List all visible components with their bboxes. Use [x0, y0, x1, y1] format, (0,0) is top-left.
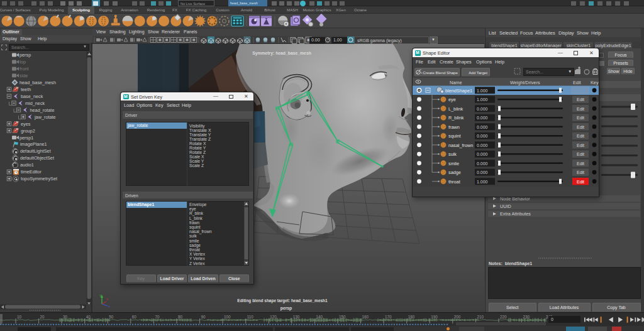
svg-text:220: 220 — [500, 315, 507, 319]
svg-text:Editing blend shape target: he: Editing blend shape target: head_base_me… — [237, 298, 328, 303]
svg-text:Edit: Edit — [577, 134, 584, 138]
svg-text:L_blink: L_blink — [448, 106, 463, 112]
svg-text:eye: eye — [448, 97, 456, 102]
svg-text:Edit: Edit — [577, 97, 584, 102]
svg-text:Edit: Edit — [577, 180, 584, 184]
svg-text:Edit: Edit — [577, 125, 584, 129]
svg-text:throat: throat — [448, 179, 460, 185]
svg-text:10: 10 — [17, 315, 22, 319]
svg-text:20: 20 — [40, 315, 45, 319]
svg-text:0.000: 0.000 — [477, 134, 488, 138]
svg-text:80: 80 — [178, 315, 183, 319]
svg-text:70: 70 — [155, 315, 160, 319]
svg-text:40: 40 — [86, 315, 91, 319]
svg-text:z: z — [108, 305, 110, 308]
svg-text:sadge: sadge — [448, 170, 461, 175]
svg-text:170: 170 — [385, 315, 392, 319]
svg-text:1.000: 1.000 — [477, 180, 488, 184]
svg-text:140: 140 — [316, 315, 323, 319]
svg-text:0.000: 0.000 — [477, 152, 488, 156]
svg-text:frawn: frawn — [448, 124, 460, 130]
svg-text:90: 90 — [201, 315, 206, 319]
svg-text:210: 210 — [477, 315, 484, 319]
svg-text:persp: persp — [280, 306, 292, 311]
svg-text:Edit: Edit — [577, 170, 584, 175]
svg-text:x: x — [106, 297, 108, 301]
svg-text:nasal_frown: nasal_frown — [448, 143, 473, 148]
svg-text:sulk: sulk — [448, 151, 457, 157]
svg-text:Edit: Edit — [577, 152, 584, 156]
svg-text:Extra Attributes: Extra Attributes — [500, 211, 531, 217]
svg-text:130: 130 — [293, 315, 300, 319]
svg-text:0.000: 0.000 — [477, 116, 488, 120]
svg-text:Y: Y — [99, 294, 102, 298]
svg-text:0.000: 0.000 — [477, 170, 488, 175]
svg-text:100: 100 — [224, 315, 231, 319]
svg-text:30: 30 — [63, 315, 68, 319]
svg-text:60: 60 — [132, 315, 137, 319]
svg-text:R_blink: R_blink — [448, 115, 464, 121]
svg-text:120: 120 — [270, 315, 277, 319]
svg-text:0.000: 0.000 — [477, 107, 488, 111]
svg-text:squint: squint — [448, 133, 460, 139]
svg-text:160: 160 — [362, 315, 369, 319]
svg-text:Edit: Edit — [577, 161, 584, 166]
svg-text:Edit: Edit — [577, 116, 584, 120]
svg-text:230: 230 — [523, 315, 530, 319]
svg-text:1.000: 1.000 — [477, 97, 488, 102]
svg-text:180: 180 — [408, 315, 415, 319]
svg-text:0.000: 0.000 — [477, 143, 488, 148]
svg-text:0.000: 0.000 — [477, 125, 488, 129]
svg-text:blendShape1: blendShape1 — [445, 88, 472, 94]
svg-text:Edit: Edit — [577, 143, 584, 148]
svg-text:UUID: UUID — [500, 203, 511, 209]
svg-text:150: 150 — [339, 315, 346, 319]
svg-text:smile: smile — [448, 161, 459, 166]
svg-text:190: 190 — [431, 315, 438, 319]
svg-text:0.000: 0.000 — [477, 161, 488, 166]
svg-text:110: 110 — [247, 315, 254, 319]
svg-text:Edit: Edit — [577, 107, 584, 111]
svg-text:200: 200 — [454, 315, 461, 319]
svg-text:1.000: 1.000 — [477, 89, 488, 93]
svg-text:50: 50 — [109, 315, 114, 319]
svg-text:Symmetry: head_base_mesh: Symmetry: head_base_mesh — [252, 51, 311, 56]
